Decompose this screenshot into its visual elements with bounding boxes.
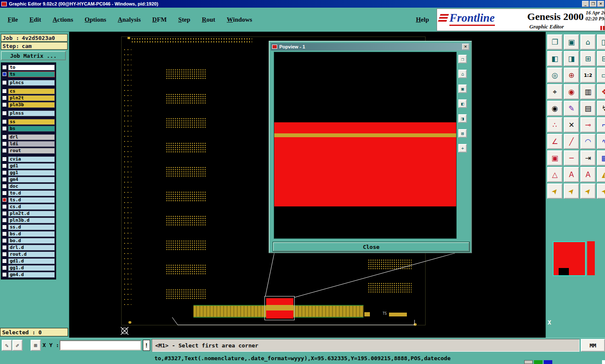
layer-checkbox-pln3b.d[interactable] [2, 218, 7, 223]
layer-checkbox-ss.d[interactable] [2, 225, 7, 229]
layer-checkbox-bs[interactable] [2, 126, 7, 131]
layer-label-pln3b[interactable]: pln3b [8, 102, 55, 108]
tool-slope-line[interactable]: ╱ [564, 134, 579, 149]
layer-label-ss[interactable]: ss [8, 119, 55, 125]
tool-tri-outline[interactable]: △ [547, 167, 562, 182]
layer-label-ts[interactable]: ts [8, 71, 55, 77]
layer-label-cvia[interactable]: cvia [8, 156, 55, 162]
popview-home-view-button[interactable]: ⌂ [458, 70, 467, 78]
layer-checkbox-gd1.d[interactable] [2, 259, 7, 263]
menu-analysis[interactable]: Analysis [118, 16, 141, 23]
tool-pan-left[interactable]: ◧ [547, 51, 562, 66]
popview-canvas[interactable] [274, 52, 457, 239]
sketch-tool-button[interactable]: ✎ [2, 340, 12, 351]
taskbar-item[interactable] [524, 360, 533, 364]
tool-zoom-eye[interactable]: ◎ [547, 68, 562, 83]
measure-tool-button[interactable]: ✐ [12, 340, 23, 351]
layer-checkbox-drl.d[interactable] [2, 245, 7, 250]
layer-label-bs.d[interactable]: bs.d [8, 231, 55, 237]
layer-label-gd1.d[interactable]: gd1.d [8, 258, 55, 264]
tool-cursor-2[interactable]: ➤ [564, 183, 579, 199]
tool-scale-1-2[interactable]: 1:2 [580, 68, 596, 83]
layer-label-gm4.d[interactable]: gm4.d [8, 272, 55, 278]
tool-angle[interactable]: ∠ [547, 134, 562, 149]
taskbar-item[interactable] [534, 360, 543, 364]
maximize-button[interactable]: ❐ [590, 1, 596, 7]
layer-checkbox-plncs[interactable] [2, 80, 7, 85]
popview-pan-right-button[interactable]: ◨ [458, 114, 467, 123]
layer-label-cs[interactable]: cs [8, 88, 55, 94]
tool-origin-mark[interactable]: ◉ [564, 84, 579, 99]
layer-checkbox-ts.d[interactable] [2, 198, 7, 202]
layer-checkbox-gm4[interactable] [2, 177, 7, 182]
tool-ruler[interactable]: ▥ [580, 84, 596, 99]
layer-checkbox-gd1[interactable] [2, 164, 7, 168]
layer-checkbox-pln2t[interactable] [2, 96, 7, 100]
tool-view-window[interactable]: ◫ [597, 34, 605, 50]
window-titlebar[interactable]: Graphic Editor 9.02c2 (00@HY-HYCAM-PC046… [0, 0, 605, 8]
layer-checkbox-cs[interactable] [2, 89, 7, 93]
layer-checkbox-bs.d[interactable] [2, 231, 7, 236]
tool-pan-right[interactable]: ◨ [564, 51, 579, 66]
layer-checkbox-ts[interactable] [2, 72, 7, 76]
xy-input[interactable] [60, 340, 141, 350]
tool-measure[interactable]: ⌖ [547, 84, 562, 99]
layer-label-pln3b.d[interactable]: pln3b.d [8, 217, 55, 223]
tool-zoom-target[interactable]: ⊕ [564, 68, 579, 83]
layer-label-ldi[interactable]: ldi [8, 141, 55, 147]
layer-label-to[interactable]: to [8, 65, 55, 71]
layer-checkbox-cs.d[interactable] [2, 204, 7, 209]
popview-zoom-fit-button[interactable]: ⊠ [458, 129, 467, 138]
layer-checkbox-to.d[interactable] [2, 191, 7, 195]
tool-cursor-3[interactable]: ➤ [580, 183, 596, 199]
menu-rout[interactable]: Rout [202, 16, 216, 23]
layer-checkbox-rout[interactable] [2, 148, 7, 153]
tool-flash[interactable]: ↯ [597, 101, 605, 116]
popview-close-button[interactable]: Close [273, 242, 469, 251]
layer-label-drl.d[interactable]: drl.d [8, 245, 55, 251]
menu-edit[interactable]: Edit [29, 16, 41, 23]
layer-checkbox-drl[interactable] [2, 135, 7, 139]
tool-cursor-1[interactable]: ➤ [547, 183, 562, 199]
popview-screen-view-button[interactable]: ▣ [458, 85, 467, 93]
layer-checkbox-gg1.d[interactable] [2, 265, 7, 270]
tool-delete[interactable]: ✕ [564, 117, 579, 133]
tool-zoom-out[interactable]: ⊟ [597, 51, 605, 66]
tool-comb[interactable]: ▤ [580, 101, 596, 116]
tool-clear-layer[interactable]: ▭ [597, 68, 605, 83]
menu-dfm[interactable]: DFM [152, 16, 167, 23]
grid-toggle-button[interactable]: ⊞ [31, 340, 41, 351]
tool-pad-box[interactable]: ▣ [547, 150, 562, 166]
job-matrix-button[interactable]: Job Matrix ... [1, 51, 66, 60]
tool-color-select[interactable]: ❖ [597, 84, 605, 99]
layer-label-cs.d[interactable]: cs.d [8, 204, 55, 210]
layer-label-to.d[interactable]: to.d [8, 190, 55, 196]
layer-checkbox-to[interactable] [2, 65, 7, 70]
tool-pencil[interactable]: ✎ [564, 101, 579, 116]
menu-actions[interactable]: Actions [53, 16, 73, 23]
tool-tri-solid[interactable]: ◭ [597, 167, 605, 182]
minimize-button[interactable]: _ [582, 1, 589, 7]
layer-label-pln2t[interactable]: pln2t [8, 95, 55, 101]
layer-label-gg1.d[interactable]: gg1.d [8, 265, 55, 271]
layer-label-gm4[interactable]: gm4 [8, 177, 55, 183]
menu-file[interactable]: File [8, 16, 18, 23]
tool-view-home[interactable]: ⌂ [580, 34, 596, 50]
layer-label-rout.d[interactable]: rout.d [8, 251, 55, 257]
minimap-red-area[interactable] [553, 241, 586, 276]
tool-line-horiz[interactable]: ─ [564, 150, 579, 166]
tool-arc[interactable]: ◠ [580, 134, 596, 149]
layer-label-rout[interactable]: rout [8, 148, 55, 154]
layer-checkbox-rout.d[interactable] [2, 252, 7, 257]
close-button[interactable]: ✕ [597, 1, 604, 7]
layer-label-bs[interactable]: bs [8, 126, 55, 132]
menu-help[interactable]: Help [416, 16, 429, 23]
tool-zoom-in[interactable]: ⊞ [580, 51, 596, 66]
layer-label-plnss[interactable]: plnss [8, 110, 55, 116]
layer-label-drl[interactable]: drl [8, 134, 55, 140]
layer-checkbox-gg1[interactable] [2, 170, 7, 175]
tool-text-a2[interactable]: A [580, 167, 596, 182]
menu-options[interactable]: Options [85, 16, 106, 23]
layer-checkbox-ss[interactable] [2, 119, 7, 124]
popview-pan-move-button[interactable]: + [458, 144, 467, 152]
